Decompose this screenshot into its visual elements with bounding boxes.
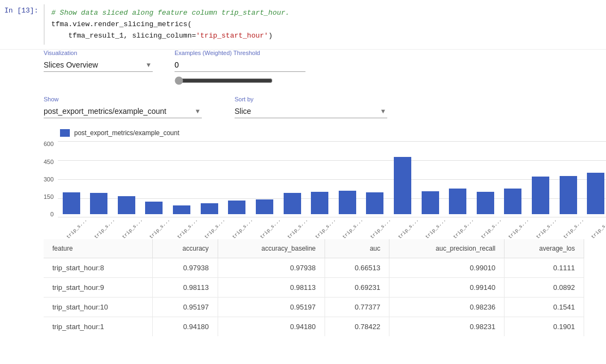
legend-label: post_export_metrics/example_count bbox=[74, 129, 179, 137]
table-body: trip_start_hour:80.979380.979380.665130.… bbox=[44, 258, 584, 337]
sort-label: Sort by bbox=[235, 96, 387, 102]
chart-container: 0 150 300 450 600 trip_s... trip_s... tr… bbox=[44, 141, 584, 228]
data-table: feature accuracy accuracy_baseline auc a… bbox=[44, 239, 584, 336]
table-cell-3-2: 0.94180 bbox=[218, 317, 325, 337]
bar-10 bbox=[339, 191, 356, 214]
chart-legend: post_export_metrics/example_count bbox=[60, 129, 584, 137]
code-func: tfma.view.render_slicing_metrics( bbox=[51, 20, 191, 28]
table-cell-3-0: trip_start_hour:1 bbox=[44, 317, 152, 337]
visualization-dropdown-wrapper: Slices Overview Metrics Histogram ▼ bbox=[44, 58, 153, 72]
bar-8 bbox=[284, 193, 301, 214]
bar-5 bbox=[201, 203, 218, 214]
col-auc: auc bbox=[325, 239, 389, 258]
table-header: feature accuracy accuracy_baseline auc a… bbox=[44, 239, 584, 258]
code-line-1: # Show data sliced along feature column … bbox=[51, 8, 599, 19]
table-cell-3-5: 0.1901 bbox=[505, 317, 584, 337]
bar-0 bbox=[63, 192, 80, 214]
table-cell-3-4: 0.98231 bbox=[389, 317, 505, 337]
bar-9 bbox=[311, 192, 328, 214]
table-cell-1-3: 0.69231 bbox=[325, 278, 389, 298]
table-cell-1-5: 0.0892 bbox=[505, 278, 584, 298]
table-row-3: trip_start_hour:10.941800.941800.784220.… bbox=[44, 317, 584, 337]
table-cell-0-2: 0.97938 bbox=[218, 258, 325, 278]
threshold-label: Examples (Weighted) Threshold bbox=[175, 50, 305, 56]
bar-12 bbox=[394, 157, 411, 214]
table-cell-0-5: 0.1111 bbox=[505, 258, 584, 278]
bar-7 bbox=[256, 199, 273, 214]
bar-14 bbox=[449, 189, 466, 214]
code-comment: # Show data sliced along feature column … bbox=[51, 9, 290, 17]
y-label-450: 450 bbox=[44, 159, 53, 165]
bar-13 bbox=[422, 191, 439, 214]
table-cell-1-2: 0.98113 bbox=[218, 278, 325, 298]
bar-col-17: trip_s... bbox=[527, 177, 554, 228]
chart-inner: trip_s... trip_s... trip_s... trip_s... … bbox=[58, 141, 606, 228]
table-area: feature accuracy accuracy_baseline auc a… bbox=[44, 239, 584, 336]
visualization-select[interactable]: Slices Overview Metrics Histogram bbox=[44, 58, 153, 72]
table-row-2: trip_start_hour:100.951970.951970.773770… bbox=[44, 298, 584, 317]
bar-label-19: trip_s... bbox=[590, 217, 606, 244]
table-cell-2-5: 0.1541 bbox=[505, 298, 584, 317]
y-label-600: 600 bbox=[44, 141, 53, 147]
bar-6 bbox=[228, 201, 245, 214]
sort-group: Sort by Slice Accuracy AUC ▼ bbox=[235, 96, 387, 118]
y-label-0: 0 bbox=[50, 211, 53, 217]
table-row-1: trip_start_hour:90.981130.981130.692310.… bbox=[44, 278, 584, 298]
threshold-slider[interactable] bbox=[175, 76, 273, 85]
table-row-0: trip_start_hour:80.979380.979380.665130.… bbox=[44, 258, 584, 278]
bar-15 bbox=[477, 192, 494, 214]
table-cell-3-1: 0.94180 bbox=[152, 317, 218, 337]
bar-3 bbox=[145, 202, 163, 214]
threshold-group: Examples (Weighted) Threshold bbox=[175, 50, 305, 87]
table-cell-2-2: 0.95197 bbox=[218, 298, 325, 317]
bar-17 bbox=[532, 177, 549, 214]
bar-col-12: trip_s... bbox=[389, 157, 416, 228]
table-cell-2-3: 0.77377 bbox=[325, 298, 389, 317]
header-row: feature accuracy accuracy_baseline auc a… bbox=[44, 239, 584, 258]
bar-col-18: trip_s... bbox=[555, 176, 581, 228]
bar-col-19: trip_s... bbox=[583, 173, 606, 228]
code-line-2: tfma.view.render_slicing_metrics( bbox=[51, 19, 599, 31]
bar-4 bbox=[173, 205, 190, 214]
controls-row: Visualization Slices Overview Metrics Hi… bbox=[0, 50, 606, 87]
table-cell-0-4: 0.99010 bbox=[389, 258, 505, 278]
bar-11 bbox=[366, 192, 383, 214]
table-cell-1-1: 0.98113 bbox=[152, 278, 218, 298]
y-label-300: 300 bbox=[44, 177, 53, 183]
bar-1 bbox=[90, 193, 107, 214]
col-accuracy-baseline: accuracy_baseline bbox=[218, 239, 325, 258]
table-cell-0-1: 0.97938 bbox=[152, 258, 218, 278]
y-axis: 0 150 300 450 600 bbox=[44, 141, 53, 228]
code-line-3: tfma_result_1, slicing_column='trip_star… bbox=[51, 31, 599, 42]
visualization-label: Visualization bbox=[44, 50, 153, 56]
show-sort-row: Show post_export_metrics/example_count a… bbox=[0, 96, 606, 118]
code-func2: tfma_result_1, slicing_column= bbox=[51, 32, 196, 40]
table-cell-0-0: trip_start_hour:8 bbox=[44, 258, 152, 278]
table-cell-1-0: trip_start_hour:9 bbox=[44, 278, 152, 298]
show-group: Show post_export_metrics/example_count a… bbox=[44, 96, 202, 118]
table-cell-0-3: 0.66513 bbox=[325, 258, 389, 278]
code-string: 'trip_start_hour' bbox=[196, 32, 268, 40]
table-cell-2-0: trip_start_hour:10 bbox=[44, 298, 152, 317]
bar-16 bbox=[504, 189, 521, 214]
chart-area: post_export_metrics/example_count 0 150 … bbox=[0, 129, 606, 228]
bar-19 bbox=[587, 173, 604, 214]
bar-2 bbox=[118, 196, 135, 214]
code-cell: In [13]: # Show data sliced along featur… bbox=[0, 0, 606, 50]
bar-18 bbox=[560, 176, 577, 214]
legend-color-box bbox=[60, 129, 70, 137]
cell-label: In [13]: bbox=[0, 4, 44, 17]
bars-wrapper: trip_s... trip_s... trip_s... trip_s... … bbox=[58, 141, 606, 228]
code-block: # Show data sliced along feature column … bbox=[44, 4, 606, 45]
table-cell-2-1: 0.95197 bbox=[152, 298, 218, 317]
table-cell-1-4: 0.99140 bbox=[389, 278, 505, 298]
table-cell-2-4: 0.98236 bbox=[389, 298, 505, 317]
table-cell-3-3: 0.78422 bbox=[325, 317, 389, 337]
col-feature: feature bbox=[44, 239, 152, 258]
show-select[interactable]: post_export_metrics/example_count accura… bbox=[44, 105, 202, 118]
slider-container bbox=[175, 76, 305, 87]
visualization-group: Visualization Slices Overview Metrics Hi… bbox=[44, 50, 153, 72]
sort-select[interactable]: Slice Accuracy AUC bbox=[235, 105, 387, 118]
y-label-150: 150 bbox=[44, 194, 53, 200]
threshold-input[interactable] bbox=[175, 58, 305, 72]
